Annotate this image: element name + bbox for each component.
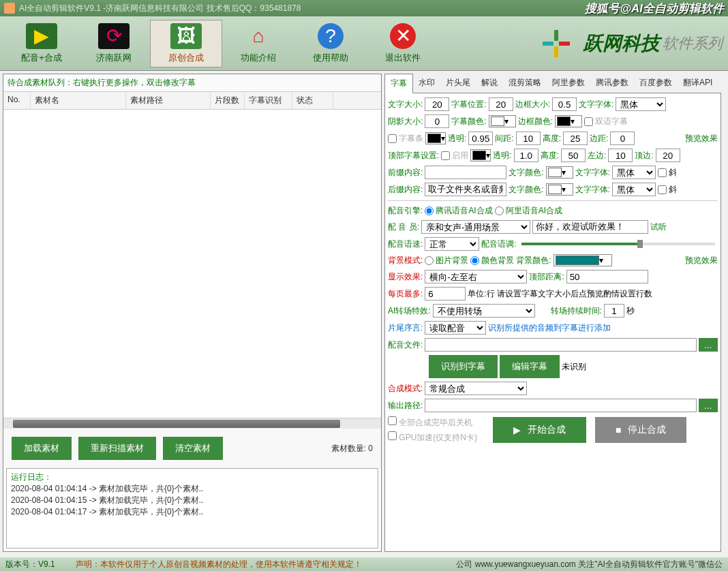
brand-text: 跃网科技 (583, 31, 660, 57)
log-panel: 运行日志： 2020-08-04 01:04:14 -> 素材加载完毕，共{0}… (6, 468, 378, 549)
prefix-input[interactable] (425, 166, 506, 179)
left-panel: 待合成素材队列：右键执行更多操作，双击修改字幕 No. 素材名 素材路径 片段数… (3, 74, 382, 552)
tab-baidu[interactable]: 百度参数 (634, 74, 678, 93)
subtitle-pos-input[interactable] (489, 97, 513, 111)
bg-image-radio[interactable] (425, 256, 434, 265)
settings-tabs: 字幕 水印 片头尾 解说 混剪策略 阿里参数 腾讯参数 百度参数 翻译API (384, 74, 721, 93)
tone-slider[interactable] (521, 243, 715, 245)
tail-select[interactable]: 读取配音 (425, 321, 486, 335)
bar-gap-input[interactable] (516, 132, 541, 145)
bar-alpha-input[interactable] (468, 132, 493, 145)
svg-rect-2 (554, 30, 558, 41)
prefix-italic-checkbox[interactable] (658, 168, 667, 177)
load-material-button[interactable]: 加载素材 (12, 437, 72, 460)
effect-select[interactable]: 横向-左至右 (425, 270, 527, 283)
browse-voice-button[interactable]: ... (699, 338, 718, 352)
log-line: 2020-08-04 01:04:14 -> 素材加载完毕，共{0}个素材.. (11, 483, 374, 495)
gpu-checkbox[interactable] (388, 431, 397, 440)
toolbar-help[interactable]: ?使用帮助 (294, 20, 367, 67)
top-left-input[interactable] (608, 149, 633, 162)
speed-select[interactable]: 正常 (425, 237, 479, 251)
suffix-input[interactable] (425, 183, 506, 196)
edit-subtitle-button[interactable]: 编辑字幕 (500, 355, 560, 378)
tab-headtail[interactable]: 片头尾 (440, 74, 476, 93)
compose-mode-select[interactable]: 常规合成 (425, 382, 527, 395)
tab-narration[interactable]: 解说 (476, 74, 503, 93)
top-height-input[interactable] (561, 149, 586, 162)
suffix-color-button[interactable]: ▾ (546, 183, 573, 196)
brand-logo-icon (529, 23, 583, 64)
log-title: 运行日志： (11, 472, 374, 483)
col-no[interactable]: No. (3, 92, 31, 109)
window-title: AI全自动剪辑软件V9.1 -济南跃网信息科技有限公司 技术售后QQ：93548… (19, 3, 585, 14)
recognize-button[interactable]: 识别到字幕 (429, 355, 498, 378)
horizontal-scrollbar[interactable] (3, 418, 381, 429)
transition-select[interactable]: 不使用转场 (433, 304, 535, 318)
material-count: 0 (368, 444, 373, 453)
tab-ali[interactable]: 阿里参数 (547, 74, 590, 93)
voice-select[interactable]: 亲和女声-通用场景 (421, 220, 530, 234)
clear-material-button[interactable]: 清空素材 (163, 437, 223, 460)
toolbar-original-compose[interactable]: 🖼原创合成 (150, 20, 222, 67)
toolbar-jinan[interactable]: ⟳济南跃网 (78, 20, 150, 67)
bilingual-checkbox[interactable] (584, 117, 593, 126)
font-size-input[interactable] (425, 97, 449, 111)
col-sub[interactable]: 字幕识别 (245, 92, 292, 109)
svg-rect-1 (559, 42, 570, 46)
shutdown-checkbox[interactable] (388, 416, 397, 425)
material-table-body[interactable] (3, 110, 381, 418)
log-line: 2020-08-04 01:04:15 -> 素材加载完毕，共{0}个素材.. (11, 495, 374, 506)
tab-watermark[interactable]: 水印 (413, 74, 440, 93)
trans-duration-input[interactable] (604, 304, 624, 318)
top-enable-checkbox[interactable] (441, 151, 450, 160)
preview-link[interactable]: 预览效果 (685, 133, 718, 144)
top-alpha-input[interactable] (514, 149, 539, 162)
bg-preview-link[interactable]: 预览效果 (685, 255, 718, 266)
bar-margin-input[interactable] (610, 132, 635, 145)
title-right: 搜狐号@AI全自动剪辑软件 (585, 1, 724, 16)
col-seg[interactable]: 片段数 (211, 92, 245, 109)
output-path-input[interactable] (425, 399, 697, 412)
right-panel: 字幕 水印 片头尾 解说 混剪策略 阿里参数 腾讯参数 百度参数 翻译API 文… (384, 74, 721, 552)
top-color-button[interactable]: ▾ (470, 149, 491, 161)
tab-subtitle[interactable]: 字幕 (384, 74, 413, 93)
suffix-font-select[interactable]: 黑体 (612, 183, 656, 196)
subtitle-color-button[interactable]: ▾ (489, 115, 516, 127)
toolbar-exit[interactable]: ✕退出软件 (367, 20, 439, 67)
bg-color-button[interactable]: ▾ (553, 254, 612, 266)
tab-tencent[interactable]: 腾讯参数 (590, 74, 634, 93)
top-dist-input[interactable] (566, 270, 648, 283)
voice-sample-input[interactable] (532, 220, 648, 234)
main-toolbar: ▶配音+合成 ⟳济南跃网 🖼原创合成 ⌂功能介绍 ?使用帮助 ✕退出软件 跃网科… (0, 16, 728, 71)
browse-output-button[interactable]: ... (699, 399, 718, 412)
try-voice-link[interactable]: 试听 (650, 221, 667, 233)
col-path[interactable]: 素材路径 (126, 92, 211, 109)
bar-height-input[interactable] (563, 132, 588, 145)
engine-tencent-radio[interactable] (425, 206, 434, 215)
border-color-button[interactable]: ▾ (555, 115, 582, 127)
prefix-color-button[interactable]: ▾ (546, 166, 573, 179)
col-name[interactable]: 素材名 (31, 92, 126, 109)
tab-mix[interactable]: 混剪策略 (503, 74, 547, 93)
toolbar-features[interactable]: ⌂功能介绍 (222, 20, 294, 67)
voice-file-input[interactable] (425, 338, 697, 352)
engine-ali-radio[interactable] (495, 206, 504, 215)
bg-color-radio[interactable] (470, 256, 479, 265)
shadow-input[interactable] (425, 114, 449, 128)
prefix-font-select[interactable]: 黑体 (612, 166, 656, 179)
subtitle-bar-checkbox[interactable] (388, 134, 397, 143)
toolbar-voice-compose[interactable]: ▶配音+合成 (5, 20, 78, 67)
tab-translate[interactable]: 翻译API (678, 74, 718, 93)
suffix-italic-checkbox[interactable] (658, 185, 667, 194)
status-bar: 版本号：V9.1 声明：本软件仅用于个人原创音视频素材的处理，使用本软件请遵守相… (0, 557, 728, 571)
max-lines-input[interactable] (425, 287, 466, 300)
rescan-material-button[interactable]: 重新扫描素材 (78, 437, 156, 460)
bar-color-button[interactable]: ▾ (425, 132, 446, 144)
font-select[interactable]: 黑体 (616, 97, 666, 111)
border-size-input[interactable] (552, 97, 577, 111)
start-compose-button[interactable]: ▶开始合成 (493, 417, 586, 443)
disclaimer-text: 声明：本软件仅用于个人原创音视频素材的处理，使用本软件请遵守相关规定！ (76, 559, 362, 570)
stop-compose-button[interactable]: ■停止合成 (595, 417, 686, 443)
top-top-input[interactable] (656, 149, 680, 162)
col-stat[interactable]: 状态 (292, 92, 333, 109)
